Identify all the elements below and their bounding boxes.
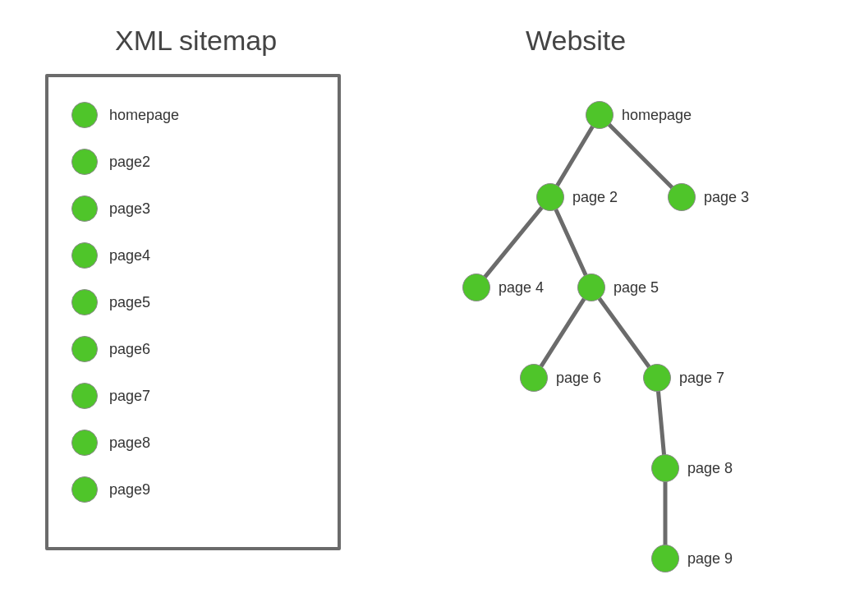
tree-node-page9: page 9 [651, 545, 733, 572]
tree-edge [609, 125, 672, 187]
tree-edge [556, 209, 586, 274]
tree-node-page6: page 6 [520, 364, 601, 392]
list-item: page8 [71, 430, 321, 456]
tree-node-label: page 5 [614, 279, 659, 297]
list-item-label: page7 [109, 388, 150, 405]
tree-node-label: page 8 [687, 460, 733, 477]
list-item: homepage [71, 102, 321, 128]
node-icon [668, 183, 696, 211]
tree-node-label: page 3 [704, 189, 749, 206]
tree-node-label: page 4 [499, 279, 544, 297]
list-item: page2 [71, 149, 321, 175]
node-icon [71, 430, 98, 456]
list-item-label: page3 [109, 200, 150, 218]
tree-node-page3: page 3 [668, 183, 749, 211]
node-icon [71, 383, 98, 409]
tree-edge [600, 299, 649, 367]
tree-node-page4: page 4 [462, 274, 544, 301]
tree-edge [659, 392, 664, 454]
node-icon [462, 274, 490, 301]
node-icon [71, 476, 98, 503]
list-item-label: page2 [109, 154, 150, 171]
list-item-label: page6 [109, 341, 150, 358]
tree-node-homepage: homepage [586, 101, 692, 129]
list-item-label: page5 [109, 294, 150, 311]
node-icon [520, 364, 548, 392]
tree-node-page5: page 5 [577, 274, 659, 301]
tree-edges [411, 74, 821, 600]
node-icon [71, 242, 98, 269]
website-heading: Website [526, 25, 626, 57]
list-item: page4 [71, 242, 321, 269]
node-icon [71, 149, 98, 175]
list-item: page3 [71, 195, 321, 222]
node-icon [71, 336, 98, 362]
tree-edge [541, 299, 584, 365]
tree-edge [558, 127, 593, 186]
list-item-label: page4 [109, 247, 150, 264]
tree-node-label: homepage [622, 107, 692, 124]
tree-node-label: page 2 [572, 189, 618, 206]
tree-node-label: page 7 [679, 370, 724, 387]
sitemap-list: homepage page2 page3 page4 page5 page6 p… [71, 102, 321, 503]
list-item-label: page8 [109, 434, 150, 452]
list-item: page9 [71, 476, 321, 503]
node-icon [71, 102, 98, 128]
list-item: page7 [71, 383, 321, 409]
node-icon [577, 274, 605, 301]
tree-node-page8: page 8 [651, 454, 733, 482]
sitemap-heading: XML sitemap [115, 25, 277, 57]
sitemap-box: homepage page2 page3 page4 page5 page6 p… [45, 74, 341, 550]
list-item: page6 [71, 336, 321, 362]
node-icon [651, 454, 679, 482]
website-tree: homepagepage 2page 3page 4page 5page 6pa… [411, 74, 821, 600]
tree-node-page7: page 7 [643, 364, 724, 392]
node-icon [71, 289, 98, 315]
list-item-label: page9 [109, 481, 150, 499]
list-item: page5 [71, 289, 321, 315]
tree-edge [485, 208, 541, 277]
tree-node-label: page 9 [687, 550, 733, 568]
list-item-label: homepage [109, 107, 179, 124]
node-icon [71, 195, 98, 222]
tree-node-label: page 6 [556, 370, 601, 387]
node-icon [586, 101, 614, 129]
node-icon [536, 183, 564, 211]
tree-node-page2: page 2 [536, 183, 618, 211]
node-icon [651, 545, 679, 572]
node-icon [643, 364, 671, 392]
